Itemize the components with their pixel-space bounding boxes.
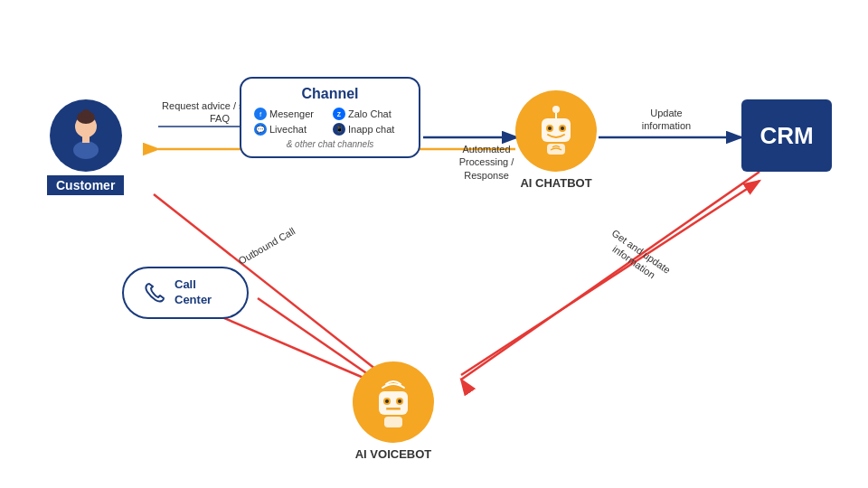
voicebot-node: AI VOICEBOT: [353, 361, 434, 461]
svg-line-14: [461, 181, 760, 375]
channel-title: Channel: [254, 86, 406, 102]
outbound-label: Outbound Call: [224, 218, 309, 274]
phone-icon: [142, 280, 167, 305]
svg-point-32: [398, 399, 401, 403]
callcenter-label: Call Center: [175, 277, 212, 308]
channel-node: Channel f Mesenger Z Zalo Chat 💬 Livecha…: [240, 77, 420, 158]
svg-rect-35: [384, 417, 402, 427]
get-update-label: Get and update information: [582, 212, 693, 301]
zalo-icon: Z: [333, 108, 345, 120]
chatbot-node: AI CHATBOT: [515, 90, 597, 190]
customer-avatar: [50, 99, 122, 172]
update-label: Update information: [626, 107, 707, 133]
channel-footer: & other chat channels: [254, 139, 406, 149]
livechat-icon: 💬: [254, 123, 267, 136]
svg-point-25: [548, 127, 552, 130]
svg-point-17: [81, 109, 90, 118]
chatbot-label: AI CHATBOT: [520, 176, 591, 190]
svg-rect-33: [386, 408, 401, 409]
svg-point-26: [561, 127, 564, 130]
voicebot-avatar: [353, 361, 434, 443]
callcenter-node: Call Center: [122, 267, 249, 319]
channel-item-messenger: f Mesenger: [254, 108, 327, 120]
svg-rect-19: [82, 136, 90, 143]
crm-node: CRM: [741, 99, 832, 172]
svg-line-13: [461, 172, 760, 380]
channel-item-inapp: 📱 Inapp chat: [333, 123, 406, 136]
customer-node: Customer: [47, 99, 124, 195]
svg-rect-22: [542, 118, 571, 142]
inapp-icon: 📱: [333, 123, 345, 136]
svg-point-18: [73, 141, 99, 159]
channel-item-livechat: 💬 Livechat: [254, 123, 327, 136]
svg-rect-34: [386, 409, 401, 410]
channel-item-zalo: Z Zalo Chat: [333, 108, 406, 120]
customer-label: Customer: [47, 175, 124, 195]
svg-point-20: [552, 106, 560, 113]
svg-rect-28: [379, 391, 408, 415]
chatbot-avatar: [515, 90, 597, 172]
channel-items: f Mesenger Z Zalo Chat 💬 Livechat 📱 Inap…: [254, 108, 406, 136]
svg-point-31: [385, 399, 389, 403]
messenger-icon: f: [254, 108, 267, 120]
voicebot-label: AI VOICEBOT: [355, 447, 432, 461]
